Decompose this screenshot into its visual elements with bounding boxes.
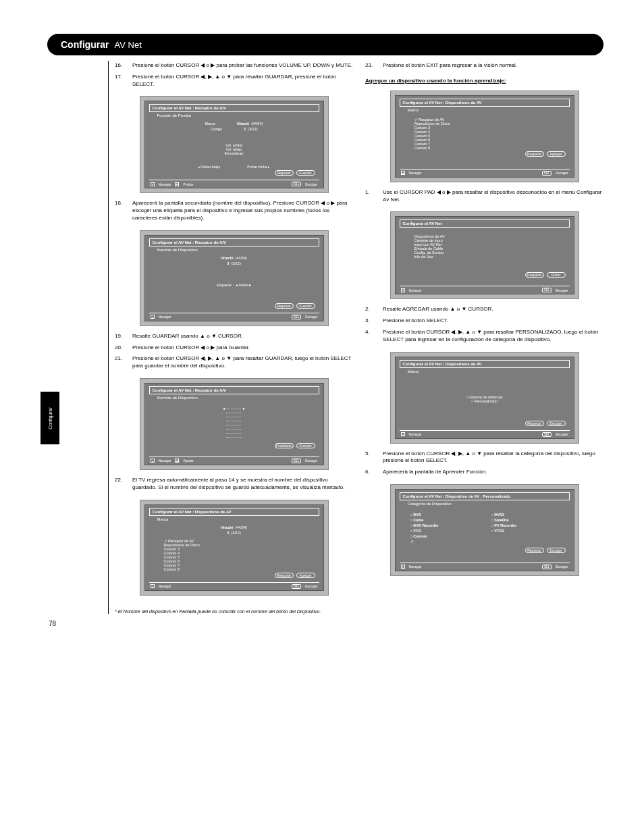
- screenshot-7: Configurar el AV Net : Dispositivos de A…: [390, 352, 579, 444]
- step-r5: 5. Presione el botón CURSOR ◀, ▶, ▲ o ▼ …: [365, 450, 603, 465]
- right-column: 23. Presione el botón EXIT para regresar…: [365, 62, 603, 602]
- page-number: 78: [49, 620, 56, 627]
- step-21: 21. Presione el botón CURSOR ◀, ▶, ▲ o ▼…: [115, 355, 353, 370]
- vertical-rule: [108, 61, 109, 614]
- footnote: * El Nombre del dispositivo en Pantalla …: [115, 609, 603, 614]
- side-tab: Configurar: [41, 392, 59, 444]
- screenshot-3: Configurar el AV Net : Receptor de A/V N…: [140, 378, 329, 470]
- screenshot-6: Configurar el AV Net Dispositivos de AV …: [390, 211, 579, 299]
- step-r1: 1. Use el CURSOR PAD ◀ o ▶ para resaltar…: [365, 189, 603, 204]
- screenshot-8: Configurar el AV Net : Dispositivo de AV…: [390, 484, 579, 576]
- screenshot-4: Configurar el AV Net : Dispositivos de A…: [140, 500, 329, 596]
- step-r2: 2. Resalte AGREGAR usando ▲ o ▼ CURSOR.: [365, 306, 603, 313]
- step-r3: 3. Presione el botón SELECT.: [365, 317, 603, 325]
- step-r6: 6. Aparecerá la pantalla de Aprender Fun…: [365, 469, 603, 476]
- step-16: 16. Presione el botón CURSOR ◀ o ▶ para …: [115, 62, 353, 70]
- screenshot-5: Configurar el AV Net : Dispositivos de A…: [390, 90, 579, 182]
- add-device-heading: Agregue un dispositivo usando la función…: [365, 78, 603, 84]
- page-header-bar: Configurar AV Net: [47, 34, 603, 55]
- screenshot-1: Configurar el AV Net : Receptor de A/V F…: [140, 96, 329, 193]
- step-20: 20. Presione el botón CURSOR ◀ o ▶ para …: [115, 344, 353, 352]
- header-subtitle: AV Net: [115, 40, 142, 50]
- step-18: 18. Aparecerá la pantalla secundaria (no…: [115, 200, 353, 221]
- step-19: 19. Resalte GUARDAR usando ▲ o ▼ CURSOR.: [115, 333, 353, 340]
- step-22: 22. El TV regresa automáticamente al pas…: [115, 477, 353, 492]
- left-column: 16. Presione el botón CURSOR ◀ o ▶ para …: [115, 62, 353, 602]
- screenshot-2: Configurar el AV Net : Receptor de A/V N…: [140, 230, 329, 326]
- header-section: Configurar: [61, 39, 109, 50]
- step-23: 23. Presione el botón EXIT para regresar…: [365, 62, 603, 70]
- step-r4: 4. Presione el botón CURSOR ◀, ▶, ▲ o ▼ …: [365, 329, 603, 344]
- step-17: 17. Presione el botón CURSOR ◀, ▶, ▲ o ▼…: [115, 74, 353, 88]
